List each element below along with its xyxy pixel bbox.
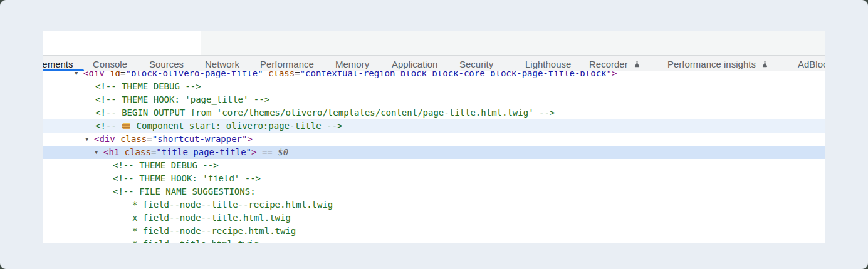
code-token-pl bbox=[119, 147, 124, 157]
code-token-tag: > bbox=[247, 134, 252, 144]
devtools-tab-memory[interactable]: Memory bbox=[335, 56, 369, 71]
code-line[interactable]: <!-- THEME HOOK: 'field' --> bbox=[43, 172, 825, 185]
code-token-com: <!-- THEME HOOK: 'field' --> bbox=[113, 173, 261, 183]
code-token-tag: <div bbox=[94, 134, 115, 144]
devtools-tab-sources[interactable]: Sources bbox=[149, 56, 184, 71]
code-token-com: Component start: olivero:page-title --> bbox=[131, 121, 342, 131]
code-token-com: <!-- BEGIN OUTPUT from 'core/themes/oliv… bbox=[95, 108, 555, 118]
devtools-tab-performance[interactable]: Performance bbox=[260, 56, 314, 71]
code-token-com: x field--node--title.html.twig bbox=[132, 213, 291, 223]
code-token-tag: > bbox=[612, 71, 617, 78]
page-background: ElementsConsoleSourcesNetworkPerformance… bbox=[0, 0, 868, 269]
code-line[interactable]: <!-- THEME DEBUG --> bbox=[43, 80, 825, 93]
devtools-tab-recorder[interactable]: Recorder bbox=[589, 56, 641, 71]
code-token-attr: class bbox=[120, 134, 147, 144]
devtools-tab-console[interactable]: Console bbox=[93, 56, 127, 71]
code-token-attr: id bbox=[110, 71, 120, 78]
experiment-flask-icon bbox=[761, 60, 769, 68]
tab-label: Application bbox=[392, 57, 437, 71]
devtools-tab-performance-insights[interactable]: Performance insights bbox=[667, 56, 769, 71]
code-token-tag: <h1 bbox=[103, 147, 119, 157]
devtools-top-strip-highlight bbox=[43, 31, 201, 55]
code-line[interactable]: * field--node--title--recipe.html.twig bbox=[43, 198, 825, 211]
code-token-val: "title page-title" bbox=[156, 147, 251, 157]
devtools-tab-lighthouse[interactable]: Lighthouse bbox=[525, 56, 571, 71]
code-token-com: <!-- THEME DEBUG --> bbox=[95, 81, 201, 91]
tab-label: Memory bbox=[335, 57, 369, 71]
experiment-flask-icon bbox=[633, 60, 641, 68]
code-line[interactable]: x field--node--title.html.twig bbox=[43, 211, 825, 225]
code-token-com: <!-- THEME DEBUG --> bbox=[113, 160, 219, 170]
tab-label: Security bbox=[459, 57, 493, 71]
tab-label: Performance insights bbox=[667, 57, 756, 71]
code-token-com: * field--node--title--recipe.html.twig bbox=[132, 200, 333, 210]
tab-label: AdBlock bbox=[798, 57, 825, 71]
code-line[interactable]: <!-- THEME HOOK: 'page_title' --> bbox=[43, 93, 825, 106]
code-token-pl: = bbox=[295, 71, 300, 78]
code-token-com: <!-- FILE NAME SUGGESTIONS: bbox=[113, 186, 256, 196]
code-line[interactable]: <!-- Component start: olivero:page-title… bbox=[43, 119, 825, 133]
code-token-val: "block-olivero-page-title" bbox=[125, 71, 263, 78]
code-line[interactable]: * field--node--recipe.html.twig bbox=[43, 225, 825, 238]
code-line[interactable]: ▼<div class="shortcut-wrapper"> bbox=[43, 133, 825, 146]
tab-label: Console bbox=[93, 57, 127, 71]
tab-label: Recorder bbox=[589, 57, 628, 71]
code-token-com: <!-- THEME HOOK: 'page_title' --> bbox=[95, 94, 269, 104]
code-token-attr: class bbox=[268, 71, 295, 78]
devtools-top-strip bbox=[43, 31, 825, 55]
code-token-eq: == bbox=[256, 147, 278, 157]
disclosure-triangle-icon[interactable]: ▼ bbox=[95, 146, 98, 159]
code-token-val: "shortcut-wrapper" bbox=[152, 134, 248, 144]
code-token-pl bbox=[263, 71, 268, 78]
code-line[interactable]: ▼<h1 class="title page-title"> == $0 bbox=[43, 146, 825, 159]
indent-guide-line bbox=[98, 172, 98, 243]
tab-label: Lighthouse bbox=[525, 57, 571, 71]
code-token-attr: class bbox=[125, 147, 151, 157]
code-token-pl: = bbox=[147, 134, 152, 144]
code-token-com: * field--node--recipe.html.twig bbox=[132, 226, 296, 236]
code-token-pl bbox=[105, 71, 110, 78]
code-line[interactable]: ▼<div id="block-olivero-page-title" clas… bbox=[43, 71, 825, 80]
tab-label: Performance bbox=[260, 57, 314, 71]
code-token-com: * field--title.html.twig bbox=[132, 239, 259, 243]
disclosure-triangle-icon[interactable]: ▼ bbox=[75, 71, 78, 80]
devtools-window: ElementsConsoleSourcesNetworkPerformance… bbox=[43, 31, 825, 243]
code-line[interactable]: <!-- FILE NAME SUGGESTIONS: bbox=[43, 185, 825, 198]
devtools-tab-application[interactable]: Application bbox=[392, 56, 437, 71]
code-line[interactable]: <!-- BEGIN OUTPUT from 'core/themes/oliv… bbox=[43, 106, 825, 119]
code-token-dol: $0 bbox=[278, 147, 288, 157]
tab-label: Network bbox=[205, 57, 239, 71]
elements-panel-dom-tree[interactable]: ▼<div id="block-olivero-page-title" clas… bbox=[43, 71, 825, 243]
code-line[interactable]: <!-- THEME DEBUG --> bbox=[43, 159, 825, 172]
devtools-tabbar: ElementsConsoleSourcesNetworkPerformance… bbox=[43, 56, 825, 71]
devtools-tab-security[interactable]: Security bbox=[459, 56, 493, 71]
devtools-tab-adblock[interactable]: AdBlock bbox=[798, 56, 825, 71]
devtools-tab-network[interactable]: Network bbox=[205, 56, 239, 71]
code-token-val: "contextual-region block block-core bloc… bbox=[300, 71, 612, 78]
pancakes-emoji bbox=[122, 123, 130, 129]
tab-label: Sources bbox=[149, 57, 184, 71]
code-token-pl bbox=[115, 134, 120, 144]
code-token-com: <!-- bbox=[95, 121, 122, 131]
code-token-tag: <div bbox=[83, 71, 105, 78]
code-line[interactable]: * field--title.html.twig bbox=[43, 238, 825, 243]
disclosure-triangle-icon[interactable]: ▼ bbox=[85, 133, 88, 146]
